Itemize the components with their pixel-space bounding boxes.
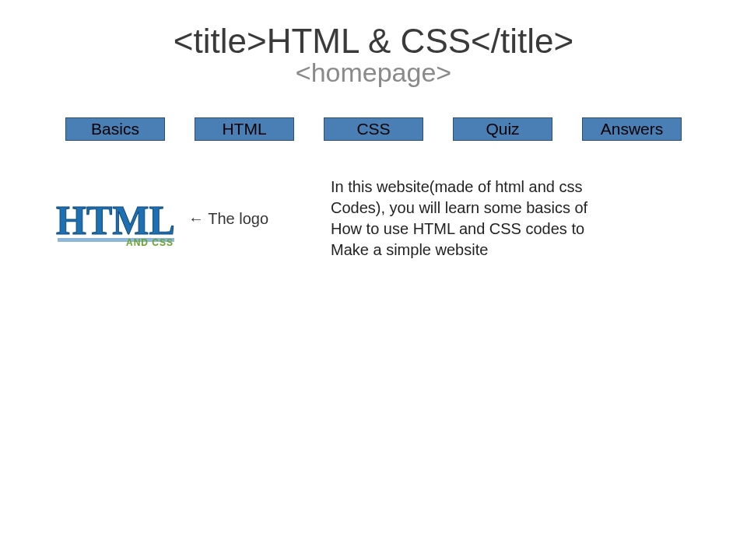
intro-paragraph: In this website(made of html and css Cod… xyxy=(331,177,611,261)
html-css-logo: HTML AND CSS xyxy=(54,184,179,254)
logo-block: HTML AND CSS ← The logo xyxy=(54,177,268,261)
nav-quiz[interactable]: Quiz xyxy=(453,117,552,141)
nav-basics[interactable]: Basics xyxy=(65,117,165,141)
nav-answers[interactable]: Answers xyxy=(582,117,682,141)
header: <title>HTML & CSS</title> <homepage> xyxy=(0,0,747,88)
content-area: HTML AND CSS ← The logo In this website(… xyxy=(0,177,747,261)
page-title: <title>HTML & CSS</title> xyxy=(0,22,747,61)
svg-text:AND CSS: AND CSS xyxy=(126,237,174,248)
nav-bar: Basics HTML CSS Quiz Answers xyxy=(54,117,693,141)
nav-css[interactable]: CSS xyxy=(324,117,423,141)
logo-caption: ← The logo xyxy=(188,210,268,228)
nav-html[interactable]: HTML xyxy=(195,117,294,141)
page-subtitle: <homepage> xyxy=(0,58,747,88)
svg-text:HTML: HTML xyxy=(56,198,175,243)
